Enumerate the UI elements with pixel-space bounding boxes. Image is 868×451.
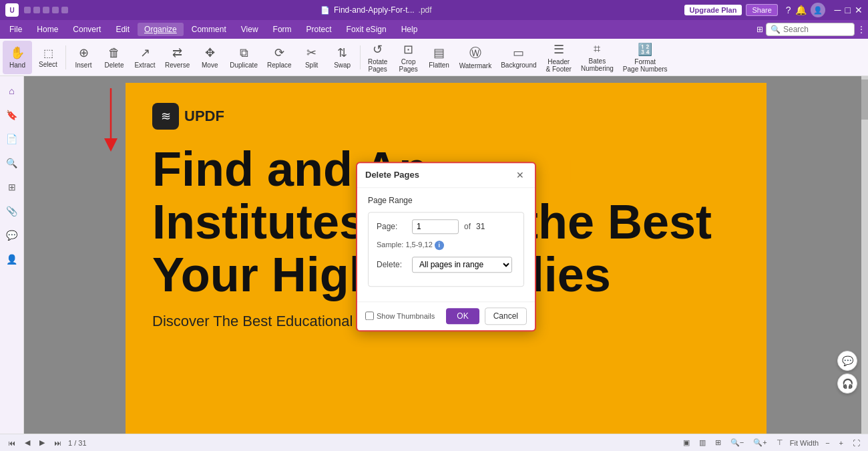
- tool-replace[interactable]: ⟳ Replace: [263, 41, 296, 74]
- prev-page-start-button[interactable]: ⏮: [5, 438, 18, 448]
- window-controls[interactable]: [24, 7, 68, 13]
- menu-convert[interactable]: Convert: [66, 23, 107, 36]
- menu-edit[interactable]: Edit: [109, 23, 136, 36]
- double-page-view-button[interactable]: ▥: [696, 438, 708, 448]
- status-bar: ⏮ ◀ ▶ ⏭ 1 / 31 ▣ ▥ ⊞ 🔍− 🔍+ ⊤ Fit Width −…: [0, 434, 868, 451]
- sidebar-item-pages[interactable]: 📄: [3, 130, 21, 148]
- tool-flatten[interactable]: ▤ Flatten: [425, 41, 454, 74]
- sidebar-item-user[interactable]: 👤: [3, 250, 21, 269]
- restore-button[interactable]: [33, 7, 40, 13]
- insert-icon: ⊕: [79, 45, 89, 60]
- redo-button[interactable]: [52, 7, 59, 13]
- sidebar-item-comments[interactable]: 💬: [3, 226, 21, 245]
- window-maximize-icon[interactable]: □: [845, 5, 851, 15]
- sidebar-item-bookmarks[interactable]: 🔖: [3, 106, 21, 124]
- next-page-end-button[interactable]: ⏭: [51, 438, 64, 448]
- zoom-in-button[interactable]: 🔍+: [750, 438, 769, 448]
- tool-format-page-numbers-label: FormatPage Numbers: [623, 58, 668, 73]
- tool-hand[interactable]: ✋ Hand: [3, 41, 32, 74]
- split-icon: ✂: [306, 45, 316, 60]
- toolbar-settings-icon[interactable]: ⋮: [857, 25, 865, 34]
- tool-reverse[interactable]: ⇄ Reverse: [161, 41, 194, 74]
- menu-form[interactable]: Form: [266, 23, 298, 36]
- next-page-button[interactable]: ▶: [37, 438, 47, 448]
- window-close-icon[interactable]: ✕: [855, 5, 863, 15]
- min-button[interactable]: [24, 7, 31, 13]
- tool-move[interactable]: ✥ Move: [195, 41, 224, 74]
- menu-view[interactable]: View: [234, 23, 265, 36]
- info-icon[interactable]: i: [435, 241, 444, 250]
- window-minimize-icon[interactable]: ─: [835, 5, 841, 15]
- tool-extract[interactable]: ↗ Extract: [130, 41, 160, 74]
- dialog-footer: Show Thumbnails OK Cancel: [357, 301, 535, 330]
- menu-help[interactable]: Help: [395, 23, 425, 36]
- search-input[interactable]: [783, 25, 850, 34]
- sidebar-item-layers[interactable]: ⊞: [3, 178, 21, 196]
- tool-split[interactable]: ✂ Split: [297, 41, 327, 74]
- show-thumbnails-checkbox[interactable]: [365, 311, 374, 320]
- tool-select[interactable]: ⬚ Select: [33, 41, 63, 74]
- tool-delete[interactable]: 🗑 Delete: [99, 41, 129, 74]
- menu-file[interactable]: File: [3, 23, 29, 36]
- select-icon: ⬚: [43, 47, 53, 59]
- reverse-icon: ⇄: [172, 45, 182, 60]
- tool-header-footer-label: Header& Footer: [546, 58, 572, 73]
- user-avatar[interactable]: 👤: [811, 3, 825, 17]
- zoom-plus-button[interactable]: +: [837, 438, 846, 448]
- fit-width-button[interactable]: ⊤: [774, 438, 786, 448]
- modal-overlay: Delete Pages ✕ Page Range Page: of 31 Sa…: [24, 76, 868, 434]
- menu-comment[interactable]: Comment: [185, 23, 233, 36]
- grid-view-button[interactable]: ⊞: [712, 438, 724, 448]
- dialog-of-text: of: [464, 222, 471, 231]
- dialog-inner-box: Page: of 31 Sample: 1,5-9,12 i Delete:: [368, 212, 524, 287]
- dialog-ok-button[interactable]: OK: [446, 308, 479, 324]
- help-icon[interactable]: ?: [786, 5, 791, 15]
- dialog-header: Delete Pages ✕: [357, 163, 535, 188]
- menu-protect[interactable]: Protect: [300, 23, 339, 36]
- show-thumbnails-label[interactable]: Show Thumbnails: [365, 311, 435, 320]
- menu-home[interactable]: Home: [30, 23, 65, 36]
- search-box[interactable]: 🔍: [766, 23, 855, 36]
- tool-background[interactable]: ▭ Background: [497, 41, 540, 74]
- crop-icon: ⊡: [403, 42, 413, 57]
- dialog-delete-select[interactable]: All pages in range Even pages in range O…: [412, 257, 512, 273]
- tool-header-footer[interactable]: ☰ Header& Footer: [542, 41, 576, 74]
- sidebar-item-home[interactable]: ⌂: [3, 82, 21, 100]
- tool-insert[interactable]: ⊕ Insert: [69, 41, 98, 74]
- undo-button[interactable]: [43, 7, 49, 13]
- single-page-view-button[interactable]: ▣: [680, 438, 692, 448]
- dialog-cancel-button[interactable]: Cancel: [485, 307, 527, 325]
- dialog-close-button[interactable]: ✕: [513, 168, 527, 182]
- replace-icon: ⟳: [274, 45, 284, 60]
- tool-swap-label: Swap: [334, 61, 351, 69]
- title-bar-left: U: [5, 3, 68, 17]
- zoom-minus-button[interactable]: −: [823, 438, 832, 448]
- format-page-numbers-icon: 🔢: [638, 42, 652, 57]
- tool-crop[interactable]: ⊡ CropPages: [394, 41, 423, 74]
- share-button[interactable]: Share: [746, 4, 777, 16]
- upgrade-plan-button[interactable]: Upgrade Plan: [684, 5, 742, 15]
- prev-page-button[interactable]: ◀: [22, 438, 33, 448]
- zoom-out-button[interactable]: 🔍−: [728, 438, 746, 448]
- display-mode-icon[interactable]: ⊞: [756, 25, 763, 34]
- menu-foxit-esign[interactable]: Foxit eSign: [340, 23, 393, 36]
- menu-organize[interactable]: Organize: [138, 23, 184, 36]
- tool-flatten-label: Flatten: [429, 61, 449, 69]
- left-sidebar: ⌂ 🔖 📄 🔍 ⊞ 📎 💬 👤: [0, 76, 24, 434]
- toolbar-right-controls: ⊞ 🔍 ⋮: [756, 23, 865, 36]
- tool-watermark-label: Watermark: [459, 62, 492, 69]
- sidebar-item-search[interactable]: 🔍: [3, 154, 21, 172]
- tool-duplicate[interactable]: ⧉ Duplicate: [226, 41, 262, 74]
- dialog-page-input[interactable]: [412, 219, 459, 234]
- tool-bates[interactable]: ⌗ BatesNumbering: [577, 41, 618, 74]
- save-button[interactable]: [61, 7, 68, 13]
- sidebar-item-attachments[interactable]: 📎: [3, 202, 21, 220]
- tool-swap[interactable]: ⇅ Swap: [328, 41, 357, 74]
- bates-icon: ⌗: [594, 42, 600, 56]
- tool-watermark[interactable]: Ⓦ Watermark: [455, 41, 496, 74]
- tool-rotate[interactable]: ↺ RotatePages: [363, 41, 393, 74]
- fullscreen-button[interactable]: ⛶: [850, 438, 863, 448]
- delete-pages-dialog: Delete Pages ✕ Page Range Page: of 31 Sa…: [356, 162, 536, 331]
- notification-icon[interactable]: 🔔: [795, 5, 807, 15]
- tool-format-page-numbers[interactable]: 🔢 FormatPage Numbers: [619, 41, 672, 74]
